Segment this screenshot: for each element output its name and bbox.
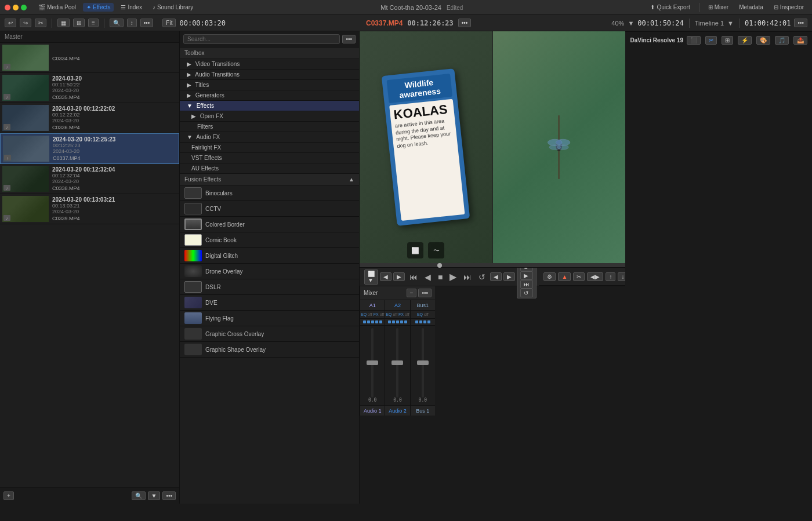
- fusion-effects-header[interactable]: Fusion Effects ▲: [180, 174, 359, 185]
- dynamic-trim-btn[interactable]: ◀▶: [587, 272, 603, 281]
- overwrite-btn[interactable]: ↓: [618, 272, 625, 281]
- scrubber-handle[interactable]: [437, 263, 442, 268]
- list-item[interactable]: ♪ 2024-03-20 00:11:50:22 2024-03-20 C033…: [0, 73, 179, 103]
- effects-search-input[interactable]: [183, 34, 340, 44]
- effect-item-dve[interactable]: DVE: [180, 295, 359, 311]
- media-more-btn[interactable]: •••: [162, 491, 176, 500]
- a1-fx2-off[interactable]: off: [380, 312, 385, 316]
- deliver-tab-btn[interactable]: 📤: [793, 36, 807, 45]
- a2-fx2-btn[interactable]: FX: [398, 312, 404, 316]
- toolbox-header[interactable]: Toolbox: [180, 48, 359, 59]
- add-media-btn[interactable]: +: [3, 491, 14, 500]
- effects-btn[interactable]: ✦ Effects: [83, 3, 114, 12]
- sidebar-item-vst-effects[interactable]: VST Effects: [180, 153, 359, 163]
- effect-item-graphic-cross[interactable]: Graphic Cross Overlay: [180, 326, 359, 342]
- sound-library-btn[interactable]: ♪ Sound Library: [149, 3, 197, 12]
- sidebar-item-audio-fx[interactable]: ▼ Audio FX: [180, 132, 359, 143]
- sidebar-item-titles[interactable]: ▶ Titles: [180, 80, 359, 90]
- effect-item-cctv[interactable]: CCTV: [180, 201, 359, 217]
- effect-item-dslr[interactable]: DSLR: [180, 279, 359, 295]
- go-to-start-btn[interactable]: ⏮: [407, 271, 420, 283]
- go-to-end-btn[interactable]: ⏭: [461, 271, 474, 283]
- close-btn[interactable]: [5, 5, 10, 10]
- mixer-btn[interactable]: ⊞ Mixer: [705, 3, 732, 12]
- search-btn[interactable]: 🔍: [110, 19, 124, 27]
- media-pool-btn[interactable]: 🎬 Media Pool: [35, 3, 79, 12]
- sidebar-item-generators[interactable]: ▶ Generators: [180, 90, 359, 101]
- loop-btn[interactable]: ↺: [476, 271, 488, 283]
- timeline-settings-btn[interactable]: ⚙: [543, 272, 556, 281]
- a1-eq-btn[interactable]: EQ: [361, 312, 367, 316]
- effect-item-colored-border[interactable]: Colored Border: [180, 217, 359, 232]
- effect-item-digital-glitch[interactable]: Digital Glitch: [180, 248, 359, 264]
- bus-fx-btn[interactable]: off: [424, 312, 429, 316]
- inspector-btn[interactable]: ⊟ Inspector: [770, 3, 807, 12]
- sidebar-item-fairlight-fx[interactable]: Fairlight FX: [180, 143, 359, 153]
- list-item[interactable]: ♪ 2024-03-20 00:12:25:23 00:12:25:23 202…: [0, 133, 179, 164]
- a2-eq-btn[interactable]: EQ: [386, 312, 392, 316]
- right-go-end-btn[interactable]: ⏭: [520, 280, 533, 289]
- bus-fader-knob[interactable]: [417, 360, 429, 365]
- fusion-tab-btn[interactable]: ⚡: [738, 36, 752, 45]
- left-preview[interactable]: Wildlife awareness KOALAS are active in …: [360, 31, 492, 263]
- effect-item-graphic-shape[interactable]: Graphic Shape Overlay: [180, 342, 359, 358]
- a2-fx-btn[interactable]: off: [393, 312, 397, 316]
- more-btn[interactable]: •••: [140, 19, 154, 27]
- sidebar-item-open-fx[interactable]: ▶ Open FX: [180, 111, 359, 122]
- list-item[interactable]: ♪ 2024-03-20 00:12:22:02 00:12:22:02 202…: [0, 103, 179, 133]
- prev-frame-btn[interactable]: ◀: [422, 271, 433, 283]
- sort-btn[interactable]: ↕: [127, 19, 137, 27]
- a2-fader-knob[interactable]: [392, 360, 403, 365]
- blade-tool-btn[interactable]: ✂: [573, 272, 585, 281]
- a2-fx2-off[interactable]: off: [405, 312, 409, 316]
- sidebar-item-effects[interactable]: ▼ Effects: [180, 101, 359, 111]
- mixer-more-btn[interactable]: •••: [418, 289, 432, 297]
- a1-fader-knob[interactable]: [367, 360, 378, 365]
- sidebar-item-audio-transitions[interactable]: ▶ Audio Transitions: [180, 70, 359, 80]
- right-preview[interactable]: [492, 31, 626, 263]
- effect-item-binoculars[interactable]: Binoculars: [180, 185, 359, 201]
- fairlight-tab-btn[interactable]: 🎵: [775, 36, 789, 45]
- select-tool-btn[interactable]: ▲: [558, 272, 571, 281]
- color-tab-btn[interactable]: 🎨: [756, 36, 770, 45]
- right-play-btn[interactable]: ▶: [520, 271, 533, 280]
- audio-scope-icon[interactable]: 〜: [428, 242, 444, 258]
- list-item[interactable]: ♪ C0334.MP4: [0, 43, 179, 73]
- list-item[interactable]: ♪ 2024-03-20 00:13:03:21 00:13:03:21 202…: [0, 194, 179, 224]
- right-loop-btn[interactable]: ↺: [520, 289, 533, 297]
- sidebar-item-video-transitions[interactable]: ▶ Video Transitions: [180, 59, 359, 70]
- effect-item-comic-book[interactable]: Comic Book: [180, 232, 359, 248]
- edit-tab-btn[interactable]: ⊞: [722, 36, 733, 45]
- cut-tab-btn[interactable]: ✂: [705, 36, 717, 45]
- list-btn[interactable]: ≡: [88, 19, 99, 27]
- media-tab-btn[interactable]: ⬛: [687, 36, 701, 45]
- redo-btn[interactable]: ↪: [20, 19, 31, 27]
- next-frame-right-btn[interactable]: ▶: [503, 272, 515, 281]
- prev-frame-right-btn[interactable]: ◀: [490, 272, 502, 281]
- sidebar-item-au-effects[interactable]: AU Effects: [180, 163, 359, 174]
- metadata-btn[interactable]: Metadata: [735, 3, 767, 12]
- bus-eq-btn[interactable]: EQ: [417, 312, 423, 316]
- monitor-icon[interactable]: ⬜: [407, 242, 423, 258]
- stop-btn[interactable]: ■: [436, 271, 445, 283]
- a1-fx2-btn[interactable]: FX: [374, 312, 379, 316]
- list-item[interactable]: ♪ 2024-03-20 00:12:32:04 00:12:32:04 202…: [0, 164, 179, 194]
- quick-export-btn[interactable]: ⬆ Quick Export: [647, 3, 693, 12]
- sidebar-item-filters[interactable]: Filters: [180, 122, 359, 132]
- minimize-btn[interactable]: [13, 5, 19, 10]
- clip-options-btn[interactable]: •••: [458, 19, 472, 27]
- play-btn[interactable]: ▶: [447, 270, 459, 283]
- view-btn[interactable]: ▦: [57, 19, 70, 27]
- effects-more-btn[interactable]: •••: [342, 35, 356, 43]
- cut-btn[interactable]: ✂: [35, 19, 46, 27]
- filter-btn[interactable]: ▼: [148, 491, 161, 500]
- a1-fx-btn[interactable]: off: [368, 312, 372, 316]
- insert-btn[interactable]: ↑: [606, 272, 615, 281]
- grid-btn[interactable]: ⊞: [73, 19, 85, 27]
- search-media-btn[interactable]: 🔍: [132, 491, 146, 500]
- tc-options-btn[interactable]: •••: [794, 19, 807, 27]
- prev-frame-left-btn[interactable]: ◀: [380, 272, 392, 281]
- maximize-btn[interactable]: [21, 5, 27, 10]
- monitor-controls-btn[interactable]: ⬜ ▼: [364, 269, 378, 285]
- index-btn[interactable]: ☰ Index: [117, 3, 145, 12]
